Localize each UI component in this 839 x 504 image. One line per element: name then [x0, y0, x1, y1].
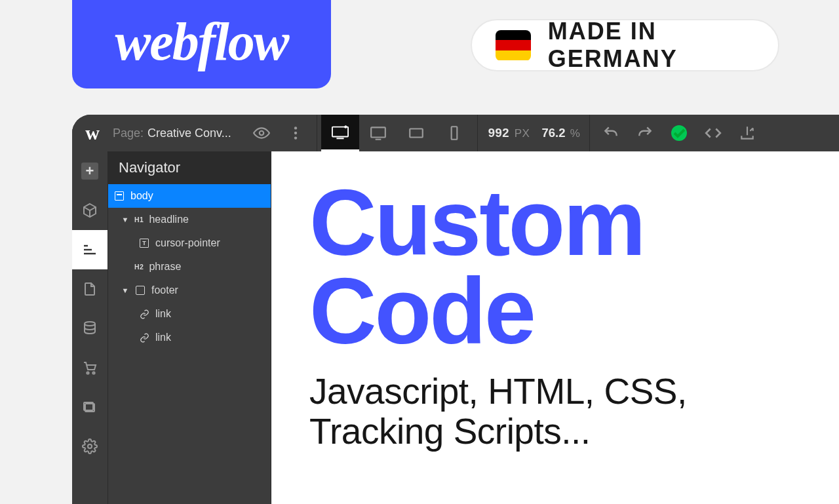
device-tablet-button[interactable]	[397, 115, 435, 151]
promo-subheading: Javascript, HTML, CSS, Tracking Scripts.…	[309, 372, 839, 452]
svg-point-0	[260, 131, 264, 136]
navigator-panel: Navigator body ▼ H1 headline T cursor-po…	[107, 151, 271, 504]
editor-window: w Page: Creative Conv... 992 PX 76.2	[72, 115, 839, 504]
device-desktop-button[interactable]	[359, 115, 397, 151]
tree-label: body	[130, 190, 153, 202]
promo-heading-line1: Custom	[309, 179, 839, 267]
link-icon	[138, 308, 150, 320]
undo-icon[interactable]	[594, 115, 628, 151]
germany-badge: MADE IN GERMANY	[471, 19, 779, 71]
left-tool-rail: +	[72, 151, 107, 504]
tree-node-footer[interactable]: ▼ footer	[108, 279, 271, 302]
publish-status-icon[interactable]	[662, 115, 696, 151]
svg-rect-8	[451, 126, 457, 140]
canvas-width-display[interactable]: 992 PX	[488, 126, 530, 140]
canvas-width-unit: PX	[515, 127, 530, 140]
svg-point-1	[294, 126, 297, 129]
rail-navigator-icon[interactable]	[72, 230, 107, 269]
tree-label: footer	[151, 284, 178, 296]
page-prefix-label: Page:	[113, 126, 144, 140]
export-icon[interactable]	[730, 115, 764, 151]
tree-node-headline[interactable]: ▼ H1 headline	[108, 208, 271, 231]
h1-tag-icon: H1	[134, 216, 144, 223]
rail-symbols-icon[interactable]	[72, 191, 107, 230]
tree-label: cursor-pointer	[155, 237, 220, 249]
canvas-width-value: 992	[488, 126, 509, 140]
tree-label: link	[155, 308, 171, 320]
zoom-display[interactable]: 76.2 %	[541, 126, 579, 140]
device-desktop-large-button[interactable]	[321, 115, 359, 151]
separator	[477, 115, 478, 151]
editor-topbar: w Page: Creative Conv... 992 PX 76.2	[72, 115, 839, 151]
preview-eye-icon[interactable]	[244, 115, 279, 151]
svg-point-14	[88, 444, 92, 448]
svg-point-10	[87, 372, 88, 374]
code-icon[interactable]	[696, 115, 730, 151]
svg-rect-4	[332, 126, 348, 136]
tree-node-link-1[interactable]: link	[108, 302, 271, 326]
tree-label: phrase	[149, 261, 181, 273]
page-icon	[113, 190, 125, 202]
caret-down-icon[interactable]: ▼	[121, 286, 129, 294]
svg-point-11	[92, 372, 94, 374]
navigator-tree: body ▼ H1 headline T cursor-pointer H2 p…	[108, 184, 271, 349]
redo-icon[interactable]	[628, 115, 662, 151]
text-icon: T	[138, 237, 150, 249]
tree-label: headline	[149, 214, 189, 225]
webflow-w-icon[interactable]: w	[81, 122, 104, 144]
div-icon	[134, 284, 146, 296]
rail-cms-icon[interactable]	[72, 309, 107, 348]
svg-point-2	[294, 132, 297, 134]
webflow-badge: webflow	[72, 0, 331, 88]
webflow-logo-text: webflow	[115, 11, 288, 73]
rail-settings-icon[interactable]	[72, 427, 107, 466]
tree-label: link	[155, 332, 171, 343]
navigator-title: Navigator	[108, 151, 271, 184]
tree-node-cursor-pointer[interactable]: T cursor-pointer	[108, 231, 271, 255]
caret-down-icon[interactable]: ▼	[121, 216, 129, 223]
tree-node-phrase[interactable]: H2 phrase	[108, 255, 271, 279]
svg-point-3	[294, 136, 297, 139]
promo-heading: Custom Code	[309, 179, 839, 356]
promo-sub-line1: Javascript, HTML, CSS,	[309, 372, 839, 412]
canvas-area: Custom Code Javascript, HTML, CSS, Track…	[271, 151, 839, 504]
device-mobile-button[interactable]	[435, 115, 473, 151]
promo-heading-line2: Code	[309, 267, 839, 356]
more-menu-icon[interactable]	[279, 115, 313, 151]
rail-pages-icon[interactable]	[72, 269, 107, 309]
separator	[589, 115, 590, 151]
germany-flag-icon	[496, 30, 531, 61]
link-icon	[138, 332, 150, 343]
zoom-unit: %	[570, 127, 580, 140]
zoom-value: 76.2	[541, 126, 565, 140]
page-name[interactable]: Creative Conv...	[147, 126, 231, 140]
svg-point-9	[85, 322, 95, 326]
tree-node-link-2[interactable]: link	[108, 326, 271, 349]
separator	[317, 115, 317, 151]
svg-rect-6	[371, 127, 385, 137]
promo-sub-line2: Tracking Scripts...	[309, 412, 839, 452]
h2-tag-icon: H2	[134, 263, 144, 271]
rail-ecommerce-icon[interactable]	[72, 348, 107, 387]
svg-rect-7	[410, 129, 423, 138]
germany-label: MADE IN GERMANY	[548, 18, 754, 73]
rail-assets-icon[interactable]	[72, 387, 107, 427]
rail-add-button[interactable]: +	[72, 151, 107, 191]
tree-node-body[interactable]: body	[108, 184, 271, 208]
